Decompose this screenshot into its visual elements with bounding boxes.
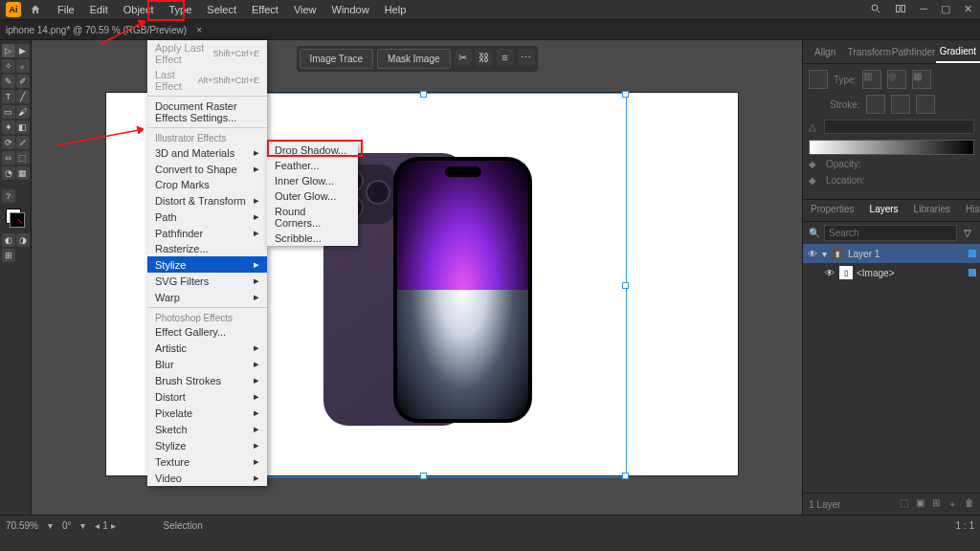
align-icon[interactable]: ≡: [497, 49, 514, 66]
filter-icon[interactable]: ▽: [961, 227, 974, 240]
gradient-swatch[interactable]: [809, 70, 828, 89]
fill-stroke-swatch[interactable]: [6, 209, 25, 228]
draw-mode-icon[interactable]: ◑: [16, 233, 30, 247]
menu-effect[interactable]: Effect: [244, 1, 286, 18]
new-layer-icon[interactable]: ＋: [947, 497, 957, 511]
menu-texture[interactable]: Texture▸: [147, 453, 267, 470]
maximize-icon[interactable]: ▢: [941, 3, 950, 16]
rectangle-tool[interactable]: ▭: [2, 105, 15, 119]
menu-ps-stylize[interactable]: Stylize▸: [147, 437, 267, 453]
clip-icon[interactable]: ▣: [916, 497, 924, 511]
menu-doc-raster[interactable]: Document Raster Effects Settings...: [147, 99, 267, 125]
menu-pathfinder[interactable]: Pathfinder▸: [147, 225, 267, 241]
menu-brush-strokes[interactable]: Brush Strokes▸: [147, 372, 267, 388]
paintbrush-tool[interactable]: 🖌: [16, 105, 30, 119]
tab-libraries[interactable]: Libraries: [906, 200, 958, 221]
stroke-grad-3[interactable]: [916, 95, 935, 114]
shaper-tool[interactable]: ✦: [2, 121, 15, 134]
arrange-icon[interactable]: [895, 3, 906, 16]
radial-gradient-icon[interactable]: ◎: [887, 70, 906, 89]
tab-pathfinder[interactable]: Pathfinder: [892, 40, 936, 63]
perspective-tool[interactable]: ▦: [16, 166, 30, 180]
direct-selection-tool[interactable]: ▶: [16, 44, 30, 57]
visibility-icon[interactable]: 👁: [824, 268, 835, 278]
visibility-icon[interactable]: 👁: [807, 249, 818, 259]
stroke-grad-1[interactable]: [866, 95, 885, 114]
menu-blur[interactable]: Blur▸: [147, 356, 267, 372]
link-icon[interactable]: ⛓: [476, 49, 493, 66]
lasso-tool[interactable]: ⟔: [16, 59, 30, 73]
menu-object[interactable]: Object: [116, 1, 162, 18]
new-sublayer-icon[interactable]: ⊞: [932, 497, 940, 511]
layer-name[interactable]: Layer 1: [848, 249, 880, 259]
menu-sketch[interactable]: Sketch▸: [147, 421, 267, 437]
submenu-feather[interactable]: Feather...: [267, 158, 358, 173]
color-mode-icon[interactable]: ◐: [2, 233, 15, 247]
menu-help[interactable]: Help: [377, 1, 414, 18]
close-icon[interactable]: ✕: [964, 3, 972, 16]
rotate-level[interactable]: 0°: [62, 520, 72, 531]
menu-select[interactable]: Select: [199, 1, 244, 18]
free-transform-tool[interactable]: ⬚: [16, 151, 30, 165]
menu-type[interactable]: Type: [162, 1, 200, 18]
pen-tool[interactable]: ✎: [2, 75, 15, 88]
menu-video[interactable]: Video▸: [147, 470, 267, 486]
linear-gradient-icon[interactable]: ▥: [862, 70, 881, 89]
layer-row-image[interactable]: 👁 ▯ <Image>: [803, 263, 980, 282]
eraser-tool[interactable]: ◧: [16, 121, 30, 134]
search-icon[interactable]: [870, 3, 881, 16]
tab-history[interactable]: History: [958, 200, 980, 221]
type-tool[interactable]: T: [2, 90, 15, 103]
curvature-tool[interactable]: ✐: [16, 75, 30, 88]
menu-file[interactable]: File: [50, 1, 82, 18]
menu-path[interactable]: Path▸: [147, 209, 267, 225]
minimize-icon[interactable]: ─: [920, 3, 927, 16]
tab-transform[interactable]: Transform: [847, 40, 891, 63]
layers-search-input[interactable]: [824, 225, 957, 241]
layer-name[interactable]: <Image>: [857, 268, 894, 278]
menu-warp[interactable]: Warp▸: [147, 289, 267, 305]
zoom-level[interactable]: 70.59%: [6, 520, 38, 531]
rotate-tool[interactable]: ⟳: [2, 136, 15, 149]
shape-builder-tool[interactable]: ◔: [2, 166, 15, 180]
width-tool[interactable]: ⬄: [2, 151, 15, 165]
home-icon[interactable]: [27, 1, 44, 18]
expand-icon[interactable]: ▾: [822, 249, 827, 259]
screen-mode-icon[interactable]: ⊞: [2, 249, 15, 262]
menu-3d-materials[interactable]: 3D and Materials▸: [147, 144, 267, 161]
scale-tool[interactable]: ⤢: [16, 136, 30, 149]
submenu-outer-glow[interactable]: Outer Glow...: [267, 188, 358, 204]
tab-align[interactable]: Align: [803, 40, 847, 63]
document-tab-title[interactable]: iphone 14.png* @ 70.59 % (RGB/Preview): [6, 25, 187, 35]
freeform-gradient-icon[interactable]: ▦: [912, 70, 931, 89]
mask-image-button[interactable]: Mask Image: [377, 49, 450, 69]
menu-convert-shape[interactable]: Convert to Shape▸: [147, 161, 267, 177]
menu-window[interactable]: Window: [324, 1, 377, 18]
locate-icon[interactable]: ⬚: [900, 497, 908, 511]
stroke-grad-2[interactable]: [891, 95, 910, 114]
document-tab-close-icon[interactable]: ×: [196, 25, 202, 35]
menu-effect-gallery[interactable]: Effect Gallery...: [147, 324, 267, 340]
tab-layers[interactable]: Layers: [862, 200, 906, 221]
help-tool[interactable]: ?: [2, 189, 15, 203]
tab-gradient[interactable]: Gradient: [936, 40, 980, 63]
menu-stylize[interactable]: Stylize▸: [147, 256, 267, 273]
menu-pixelate[interactable]: Pixelate▸: [147, 405, 267, 421]
submenu-round-corners[interactable]: Round Corners...: [267, 204, 358, 231]
line-tool[interactable]: ╱: [16, 90, 30, 103]
tab-properties[interactable]: Properties: [803, 200, 862, 221]
menu-artistic[interactable]: Artistic▸: [147, 340, 267, 356]
submenu-drop-shadow[interactable]: Drop Shadow...: [267, 143, 358, 158]
menu-crop-marks[interactable]: Crop Marks: [147, 177, 267, 192]
magic-wand-tool[interactable]: ✧: [2, 59, 15, 73]
gradient-ramp[interactable]: [809, 140, 974, 155]
image-trace-button[interactable]: Image Trace: [299, 49, 373, 69]
delete-layer-icon[interactable]: 🗑: [965, 497, 974, 511]
menu-distort-transform[interactable]: Distort & Transform▸: [147, 192, 267, 209]
more-icon[interactable]: ⋯: [518, 49, 535, 66]
menu-view[interactable]: View: [286, 1, 324, 18]
menu-rasterize[interactable]: Rasterize...: [147, 241, 267, 256]
layer-row-layer1[interactable]: 👁 ▾ ▮ Layer 1: [803, 244, 980, 263]
menu-svg-filters[interactable]: SVG Filters▸: [147, 273, 267, 289]
selection-tool[interactable]: ▷: [2, 44, 15, 57]
